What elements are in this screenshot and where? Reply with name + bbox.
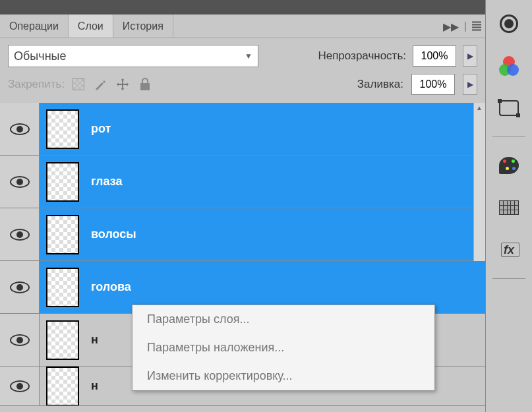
- eye-icon: [10, 123, 30, 135]
- context-menu-item-edit-adjustment[interactable]: Изменить корректировку...: [133, 362, 434, 390]
- color-palette-icon[interactable]: [495, 152, 523, 179]
- scrollbar[interactable]: [473, 103, 485, 261]
- blend-opacity-row: Обычные ▼ Непрозрачность: 100% ▶: [0, 38, 485, 67]
- layer-row[interactable]: волосы: [0, 208, 485, 261]
- lock-transparency-icon[interactable]: [73, 78, 84, 90]
- tab-actions[interactable]: Операции: [0, 15, 69, 38]
- eye-icon: [10, 281, 30, 293]
- paths-tool-icon[interactable]: [495, 94, 523, 122]
- lock-fill-row: Закрепить: Заливка: 100% ▶: [0, 67, 485, 103]
- layer-thumbnail[interactable]: [46, 162, 79, 202]
- lock-pixels-brush-icon[interactable]: [94, 78, 107, 91]
- visibility-toggle[interactable]: [0, 208, 40, 260]
- swatches-grid-icon[interactable]: [495, 194, 523, 221]
- dropdown-arrow-icon: ▼: [245, 51, 252, 61]
- opacity-flyout-button[interactable]: ▶: [463, 45, 477, 67]
- right-toolbar: fx: [486, 0, 532, 412]
- channels-rgb-icon[interactable]: [495, 52, 523, 80]
- lock-label: Закрепить:: [8, 78, 65, 91]
- layer-name[interactable]: волосы: [91, 227, 136, 241]
- blend-mode-value: Обычные: [14, 49, 67, 63]
- layer-name[interactable]: рот: [91, 122, 111, 136]
- fill-input[interactable]: 100%: [411, 74, 455, 95]
- layer-row[interactable]: глаза: [0, 156, 485, 208]
- panel-top-bar: [0, 0, 485, 15]
- visibility-toggle[interactable]: [0, 261, 40, 313]
- fill-label: Заливка:: [357, 78, 403, 91]
- layers-panel: Операции Слои История ▶▶ | Обычные ▼ Неп…: [0, 0, 486, 412]
- layer-thumbnail[interactable]: [46, 109, 79, 149]
- panel-tabs: Операции Слои История ▶▶ |: [0, 15, 485, 38]
- context-menu-item-layer-properties[interactable]: Параметры слоя...: [133, 305, 434, 334]
- context-menu: Параметры слоя... Параметры наложения...…: [132, 305, 435, 391]
- visibility-toggle[interactable]: [0, 314, 40, 366]
- eye-icon: [10, 229, 30, 241]
- fill-flyout-button[interactable]: ▶: [463, 74, 477, 95]
- eye-icon: [10, 176, 30, 188]
- visibility-toggle[interactable]: [0, 103, 40, 155]
- visibility-toggle[interactable]: [0, 367, 40, 405]
- layer-row[interactable]: рот: [0, 103, 485, 156]
- context-menu-item-blending-options[interactable]: Параметры наложения...: [133, 334, 434, 362]
- layer-thumbnail[interactable]: [46, 320, 79, 360]
- eye-icon: [10, 334, 30, 346]
- panel-menu-icon[interactable]: [472, 22, 481, 31]
- lock-all-icon[interactable]: [138, 78, 152, 91]
- opacity-label: Непрозрачность:: [318, 49, 406, 63]
- adjustments-tool-icon[interactable]: [495, 10, 523, 38]
- layer-thumbnail[interactable]: [46, 215, 79, 254]
- toolbar-divider: [492, 136, 525, 137]
- layer-name[interactable]: голова: [91, 280, 131, 294]
- rewind-icon[interactable]: ▶▶: [443, 20, 459, 32]
- visibility-toggle[interactable]: [0, 156, 40, 208]
- layer-name[interactable]: н: [91, 379, 98, 393]
- layer-name[interactable]: глаза: [91, 175, 122, 189]
- layer-name[interactable]: н: [91, 333, 98, 347]
- opacity-input[interactable]: 100%: [413, 45, 456, 67]
- toolbar-divider: [492, 278, 525, 279]
- layer-thumbnail[interactable]: [46, 268, 79, 307]
- eye-icon: [10, 380, 30, 392]
- tab-history[interactable]: История: [113, 15, 173, 38]
- blend-mode-select[interactable]: Обычные ▼: [8, 45, 258, 67]
- styles-fx-icon[interactable]: fx: [495, 236, 523, 264]
- divider-icon: |: [464, 20, 467, 32]
- lock-position-move-icon[interactable]: [116, 78, 129, 91]
- layer-thumbnail[interactable]: [46, 367, 79, 406]
- tab-layers[interactable]: Слои: [69, 15, 113, 38]
